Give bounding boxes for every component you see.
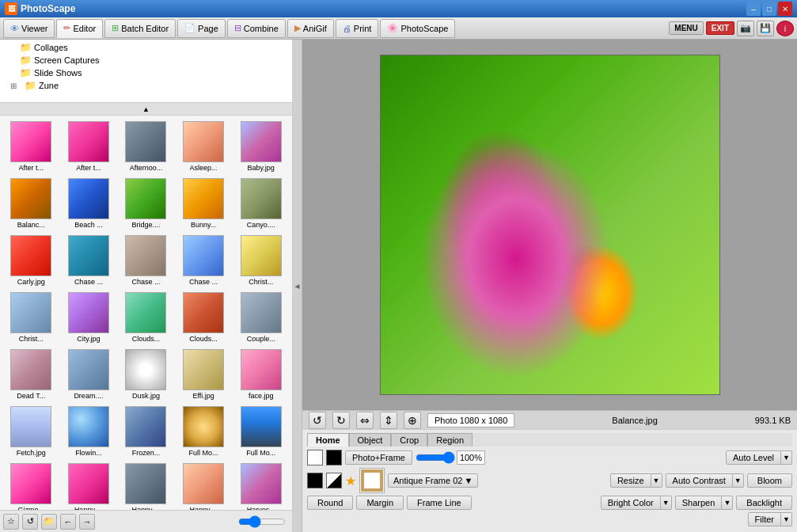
save-icon-btn[interactable]: 💾: [757, 21, 774, 36]
star-btn[interactable]: ☆: [3, 514, 19, 530]
tab-combine[interactable]: ⊟ Combine: [227, 19, 286, 38]
maximize-button[interactable]: □: [762, 2, 776, 16]
thumbnail-item[interactable]: Couple...: [233, 290, 289, 345]
color-swatch-wb[interactable]: [326, 473, 342, 488]
tab-object[interactable]: Object: [349, 433, 392, 446]
bright-color-arrow[interactable]: ▼: [661, 496, 672, 510]
sharpen-arrow[interactable]: ▼: [722, 496, 733, 510]
thumb-label: After t...: [76, 164, 101, 172]
thumbnail-item[interactable]: After t...: [3, 119, 59, 174]
thumbnail-item[interactable]: Chase ...: [176, 233, 232, 288]
zoom-fit-btn[interactable]: ⊕: [404, 412, 421, 429]
thumbnail-item[interactable]: City.jpg: [61, 290, 117, 345]
tab-editor[interactable]: ✏ Editor: [56, 19, 103, 38]
camera-icon-btn[interactable]: 📷: [737, 21, 754, 36]
thumbnail-item[interactable]: face.jpg: [233, 347, 289, 402]
panel-collapse-btn[interactable]: ◄: [293, 40, 302, 532]
resize-arrow[interactable]: ▼: [651, 473, 662, 488]
filter-arrow[interactable]: ▼: [781, 512, 792, 526]
round-btn[interactable]: Round: [307, 496, 353, 510]
backlight-btn[interactable]: Backlight: [736, 496, 792, 510]
tree-item-slide-shows[interactable]: 📁 Slide Shows: [2, 66, 290, 79]
auto-contrast-arrow[interactable]: ▼: [733, 473, 744, 488]
thumbnail-item[interactable]: Chase ...: [118, 233, 174, 288]
thumbnail-item[interactable]: Full Mo...: [233, 404, 289, 459]
tree-item-screen-captures[interactable]: 📁 Screen Captures: [2, 54, 290, 66]
tab-page[interactable]: 📄 Page: [177, 19, 226, 38]
thumbnail-item[interactable]: Flowin...: [61, 404, 117, 459]
thumbnail-item[interactable]: Effi.jpg: [176, 347, 232, 402]
thumbnail-item[interactable]: Bunny...: [176, 176, 232, 231]
refresh-btn[interactable]: ↺: [22, 514, 38, 530]
thumbnail-item[interactable]: Carly.jpg: [3, 233, 59, 288]
thumbnail-item[interactable]: Clouds...: [118, 290, 174, 345]
flip-h-btn[interactable]: ⇔: [356, 412, 374, 429]
bloom-btn[interactable]: Bloom: [747, 473, 792, 488]
color-swatch-b[interactable]: [307, 473, 323, 488]
thumbnail-item[interactable]: Dream....: [61, 347, 117, 402]
thumbnail-item[interactable]: Chase ...: [61, 233, 117, 288]
tree-item-collages[interactable]: 📁 Collages: [2, 41, 290, 54]
thumbnail-item[interactable]: Full Mo...: [176, 404, 232, 459]
auto-level-btn[interactable]: Auto Level: [726, 450, 781, 465]
tree-item-zune[interactable]: ⊞ 📁 Zune: [2, 79, 290, 92]
frame-dropdown-arrow: ▼: [464, 476, 473, 485]
photo-frame-btn[interactable]: Photo+Frame: [345, 450, 412, 465]
thumbnail-item[interactable]: Happy....: [176, 461, 232, 510]
forward-btn[interactable]: →: [79, 514, 95, 530]
thumbnail-item[interactable]: Balanc...: [3, 176, 59, 231]
exit-button[interactable]: EXIT: [706, 21, 734, 35]
thumb-label: Fetch.jpg: [17, 449, 46, 457]
tab-home[interactable]: Home: [307, 433, 349, 446]
back-btn[interactable]: ←: [60, 514, 76, 530]
thumbnail-item[interactable]: Dead T...: [3, 347, 59, 402]
auto-contrast-btn[interactable]: Auto Contrast: [666, 473, 733, 488]
sharpen-btn[interactable]: Sharpen: [675, 496, 723, 510]
color-swatch-black[interactable]: [326, 450, 342, 466]
thumbnail-item[interactable]: Baby.jpg: [233, 119, 289, 174]
tab-region[interactable]: Region: [427, 433, 473, 446]
thumbnail-item[interactable]: Harves...: [233, 461, 289, 510]
close-button[interactable]: ✕: [778, 2, 792, 16]
menu-button[interactable]: MENU: [669, 21, 703, 35]
margin-btn[interactable]: Margin: [356, 496, 404, 510]
thumbnail-item[interactable]: Canyo....: [233, 176, 289, 231]
thumbnail-item[interactable]: Clouds...: [176, 290, 232, 345]
thumbnail-item[interactable]: Christ...: [3, 290, 59, 345]
thumbnail-item[interactable]: Fetch.jpg: [3, 404, 59, 459]
scroll-up-btn[interactable]: ▲: [0, 103, 292, 116]
thumbnail-item[interactable]: Dusk.jpg: [118, 347, 174, 402]
tab-crop[interactable]: Crop: [391, 433, 427, 446]
thumbnail-item[interactable]: Christ...: [233, 233, 289, 288]
tab-photoscape[interactable]: 🌸 PhotoScape: [380, 19, 455, 38]
folder-btn[interactable]: 📁: [41, 514, 57, 530]
filter-btn[interactable]: Filter: [748, 512, 781, 526]
minimize-button[interactable]: –: [746, 2, 761, 16]
tab-viewer[interactable]: 👁 Viewer: [3, 19, 55, 38]
tab-print[interactable]: 🖨 Print: [336, 19, 379, 38]
zoom-slider[interactable]: [238, 516, 286, 527]
rotate-right-btn[interactable]: ↻: [332, 412, 350, 429]
thumbnail-item[interactable]: Happy ...: [61, 461, 117, 510]
thumbnail-item[interactable]: Bridge....: [118, 176, 174, 231]
frame-dropdown[interactable]: Antique Frame 02 ▼: [388, 473, 478, 488]
thumbnail-item[interactable]: Gizmo...: [3, 461, 59, 510]
zoom-level-slider[interactable]: [416, 452, 455, 463]
info-icon-btn[interactable]: i: [776, 21, 794, 36]
thumbnail-scroll[interactable]: After t... After t... Afternoo... Asleep…: [0, 116, 292, 510]
thumbnail-item[interactable]: Happy ...: [118, 461, 174, 510]
auto-level-arrow[interactable]: ▼: [781, 450, 792, 465]
thumbnail-item[interactable]: Frozen...: [118, 404, 174, 459]
thumbnail-item[interactable]: After t...: [61, 119, 117, 174]
tab-anigif[interactable]: ▶ AniGif: [287, 19, 334, 38]
bright-color-btn[interactable]: Bright Color: [601, 496, 661, 510]
flip-v-btn[interactable]: ⇕: [380, 412, 397, 429]
color-swatch-white[interactable]: [307, 450, 323, 466]
rotate-left-btn[interactable]: ↺: [309, 412, 326, 429]
thumbnail-item[interactable]: Afternoo...: [118, 119, 174, 174]
thumbnail-item[interactable]: Beach ...: [61, 176, 117, 231]
resize-btn[interactable]: Resize: [610, 473, 651, 488]
tab-batch-editor[interactable]: ⊞ Batch Editor: [104, 19, 176, 38]
thumbnail-item[interactable]: Asleep...: [176, 119, 232, 174]
frame-line-btn[interactable]: Frame Line: [407, 496, 472, 510]
